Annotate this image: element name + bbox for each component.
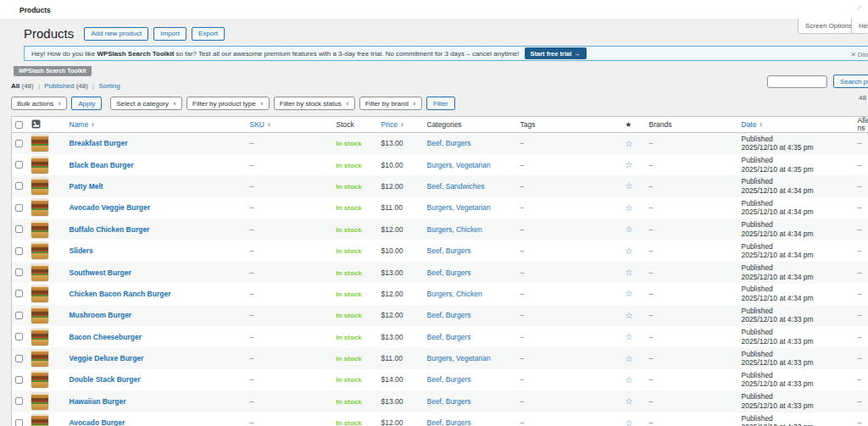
featured-star-icon[interactable]: ☆ xyxy=(626,181,633,191)
product-thumbnail[interactable] xyxy=(31,371,48,388)
product-name-link[interactable]: Sliders xyxy=(70,246,93,255)
category-links[interactable]: Beef, Burgers xyxy=(427,246,471,255)
product-name-link[interactable]: Avocado Veggie Burger xyxy=(70,203,151,212)
category-links[interactable]: Burgers, Vegetarian xyxy=(427,354,491,362)
product-thumbnail[interactable] xyxy=(31,285,48,302)
product-thumbnail[interactable] xyxy=(31,199,48,216)
product-thumbnail[interactable] xyxy=(31,178,48,195)
featured-star-icon[interactable]: ☆ xyxy=(626,354,633,363)
row-checkbox[interactable] xyxy=(15,161,23,169)
featured-star-icon[interactable]: ☆ xyxy=(626,375,633,385)
category-links[interactable]: Beef, Burgers xyxy=(427,397,471,406)
product-thumbnail[interactable] xyxy=(31,135,48,152)
product-thumbnail[interactable] xyxy=(31,221,48,238)
featured-star-icon[interactable]: ☆ xyxy=(626,160,633,169)
category-links[interactable]: Burgers, Chicken xyxy=(427,225,482,234)
product-name-link[interactable]: Black Bean Burger xyxy=(70,161,134,169)
product-name-link[interactable]: Mushroom Burger xyxy=(70,311,132,319)
row-checkbox[interactable] xyxy=(15,397,23,405)
add-new-product-button[interactable]: Add new product xyxy=(84,27,148,41)
featured-star-icon[interactable]: ☆ xyxy=(626,203,633,213)
product-name-link[interactable]: Double Stack Burger xyxy=(70,375,141,384)
category-links[interactable]: Burgers, Vegetarian xyxy=(427,161,491,169)
product-thumbnail[interactable] xyxy=(31,264,48,281)
featured-star-icon[interactable]: ☆ xyxy=(626,396,633,406)
view-published-link[interactable]: Published xyxy=(44,82,74,90)
product-name-link[interactable]: Bacon Cheeseburger xyxy=(70,333,142,341)
star-icon: ★ xyxy=(626,120,632,129)
import-button[interactable]: Import xyxy=(153,27,186,41)
category-links[interactable]: Burgers, Vegetarian xyxy=(427,203,491,212)
row-checkbox[interactable] xyxy=(15,419,23,426)
select-all-checkbox[interactable] xyxy=(15,121,23,129)
product-thumbnail[interactable] xyxy=(31,157,48,174)
product-type-filter-select[interactable]: Filter by product type∨ xyxy=(186,97,270,110)
bulk-actions-select[interactable]: Bulk actions∨ xyxy=(11,97,67,110)
row-checkbox[interactable] xyxy=(15,333,23,340)
featured-star-icon[interactable]: ☆ xyxy=(626,268,633,277)
table-row: Veggie Deluxe Burger – In stock $11.00 B… xyxy=(12,347,868,368)
category-links[interactable]: Beef, Burgers xyxy=(427,418,471,426)
export-button[interactable]: Export xyxy=(192,27,225,41)
row-checkbox[interactable] xyxy=(15,268,23,276)
product-name-link[interactable]: Breakfast Burger xyxy=(70,139,128,147)
publish-datetime: 2025/12/10 at 4:33 pm xyxy=(742,423,853,426)
date-cell: Published 2025/12/10 at 4:34 pm xyxy=(739,262,855,283)
row-checkbox[interactable] xyxy=(15,376,23,384)
featured-star-icon[interactable]: ☆ xyxy=(626,224,633,234)
row-checkbox[interactable] xyxy=(15,140,23,147)
publish-status: Published xyxy=(742,242,853,252)
brands-cell: – xyxy=(647,305,739,326)
stock-status-filter-select[interactable]: Filter by stock status∨ xyxy=(274,97,355,110)
date-cell: Published 2025/12/10 at 4:34 pm xyxy=(739,240,855,261)
featured-star-icon[interactable]: ☆ xyxy=(626,332,633,341)
row-checkbox[interactable] xyxy=(15,225,23,233)
product-name-link[interactable]: Veggie Deluxe Burger xyxy=(70,354,144,362)
view-all-link[interactable]: All xyxy=(11,82,19,90)
product-thumbnail[interactable] xyxy=(31,329,48,346)
row-checkbox[interactable] xyxy=(15,290,23,297)
filter-button[interactable]: Filter xyxy=(426,97,455,110)
sort-by-name-header[interactable]: Name▲▼ xyxy=(70,120,95,129)
featured-star-icon[interactable]: ☆ xyxy=(626,311,633,320)
product-name-link[interactable]: Hawaiian Burger xyxy=(70,397,126,406)
product-name-link[interactable]: Southwest Burger xyxy=(70,268,131,277)
category-links[interactable]: Beef, Burgers xyxy=(427,139,471,147)
category-links[interactable]: Beef, Burgers xyxy=(427,375,471,384)
product-name-link[interactable]: Avocado Burger xyxy=(70,418,125,426)
search-input[interactable] xyxy=(767,75,827,88)
row-checkbox[interactable] xyxy=(15,312,23,319)
sort-by-price-header[interactable]: Price▲▼ xyxy=(381,120,404,129)
sku-cell: – xyxy=(248,390,334,412)
search-products-button[interactable]: Search products xyxy=(833,75,868,88)
product-thumbnail[interactable] xyxy=(31,307,48,324)
category-links[interactable]: Beef, Burgers xyxy=(427,311,471,319)
featured-star-icon[interactable]: ☆ xyxy=(626,418,633,426)
product-name-link[interactable]: Patty Melt xyxy=(70,182,103,191)
row-checkbox[interactable] xyxy=(15,247,23,255)
product-thumbnail[interactable] xyxy=(31,393,48,410)
product-name-link[interactable]: Chicken Bacon Ranch Burger xyxy=(70,290,171,298)
row-checkbox[interactable] xyxy=(15,355,23,362)
category-filter-select[interactable]: Select a category∨ xyxy=(110,97,182,110)
product-thumbnail[interactable] xyxy=(31,414,48,426)
dismiss-notice-link[interactable]: ✕ Dismiss xyxy=(850,51,868,58)
sort-by-date-header[interactable]: Date▲▼ xyxy=(742,120,763,129)
start-free-trial-button[interactable]: Start free trial→ xyxy=(525,47,587,59)
featured-star-icon[interactable]: ☆ xyxy=(626,289,633,298)
category-links[interactable]: Burgers, Chicken xyxy=(427,290,482,298)
featured-star-icon[interactable]: ☆ xyxy=(626,246,633,256)
row-checkbox[interactable] xyxy=(15,182,23,190)
sort-by-sku-header[interactable]: SKU▲▼ xyxy=(250,120,271,129)
category-links[interactable]: Beef, Sandwiches xyxy=(427,182,485,191)
apply-button[interactable]: Apply xyxy=(71,97,102,110)
category-links[interactable]: Beef, Burgers xyxy=(427,333,471,341)
row-checkbox[interactable] xyxy=(15,204,23,212)
product-thumbnail[interactable] xyxy=(31,242,48,259)
featured-star-icon[interactable]: ☆ xyxy=(626,139,633,148)
product-thumbnail[interactable] xyxy=(31,350,48,367)
product-name-link[interactable]: Buffalo Chicken Burger xyxy=(70,225,150,234)
category-links[interactable]: Beef, Burgers xyxy=(427,268,471,277)
brand-filter-select[interactable]: Filter by brand∨ xyxy=(359,97,422,110)
view-sorting-link[interactable]: Sorting xyxy=(98,82,120,90)
